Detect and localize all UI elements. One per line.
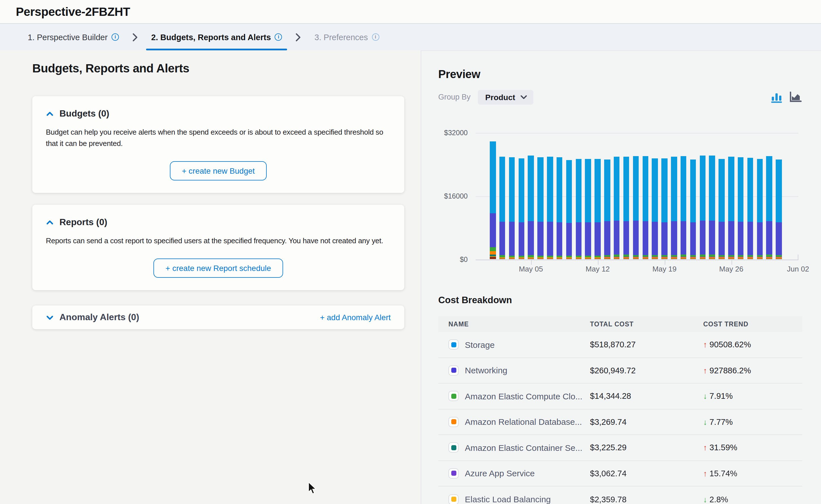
x-axis-end-tick [798, 255, 799, 260]
table-row[interactable]: Amazon Relational Database...$3,269.74↓7… [438, 409, 802, 435]
tab-label: 1. Perspective Builder [28, 33, 107, 42]
preview-heading: Preview [438, 68, 802, 81]
bar-segment [681, 221, 687, 255]
bar-segment [719, 159, 725, 222]
bar-may-23[interactable] [700, 156, 706, 259]
table-row[interactable]: Azure App Service$3,062.74↑15.74% [438, 461, 802, 486]
bar-may-12[interactable] [595, 159, 601, 259]
budgets-description: Budget can help you receive alerts when … [46, 127, 391, 150]
bar-segment [585, 259, 591, 259]
group-by-select[interactable]: Product [478, 90, 533, 104]
add-anomaly-alert-button[interactable]: + add Anomaly Alert [320, 313, 391, 322]
row-cost-trend-cell: ↑90508.62% [703, 340, 802, 349]
bar-may-25[interactable] [719, 159, 725, 259]
bar-may-07[interactable] [547, 157, 553, 259]
bar-segment [575, 259, 581, 259]
bar-may-31[interactable] [776, 160, 782, 259]
table-row[interactable]: Amazon Elastic Container Se...$3,225.29↑… [438, 435, 802, 461]
chevron-down-icon [520, 95, 527, 99]
table-row[interactable]: Storage$518,870.27↑90508.62% [438, 332, 802, 358]
row-total-cost-cell: $14,344.28 [590, 392, 703, 401]
row-name-cell: Amazon Relational Database... [448, 417, 590, 427]
table-row[interactable]: Elastic Load Balancing$2,359.78↓2.8% [438, 486, 802, 504]
tab-preferences[interactable]: 3. Preferences i [310, 24, 384, 50]
bar-segment [566, 223, 572, 256]
window-header: Perspective-2FBZHT [0, 0, 821, 24]
bar-may-26[interactable] [728, 156, 734, 259]
table-row[interactable]: Amazon Elastic Compute Clo...$14,344.28↓… [438, 384, 802, 409]
tab-label: 3. Preferences [315, 33, 368, 42]
bar-may-15[interactable] [624, 157, 629, 259]
bar-may-28[interactable] [747, 158, 753, 259]
bar-may-06[interactable] [537, 158, 543, 259]
bar-may-03[interactable] [509, 157, 515, 259]
bar-may-05[interactable] [528, 156, 534, 259]
info-icon[interactable]: i [275, 33, 282, 41]
cost-breakdown-heading: Cost Breakdown [438, 295, 802, 305]
bar-segment [556, 157, 562, 222]
cost-breakdown-table: NAME TOTAL COST COST TREND Storage$518,8… [438, 316, 802, 504]
chevron-down-icon[interactable] [46, 315, 54, 321]
bar-may-16[interactable] [633, 156, 639, 259]
bar-may-01[interactable] [490, 141, 496, 259]
bar-segment [700, 259, 706, 259]
chevron-up-icon[interactable] [46, 219, 54, 226]
row-total-cost-cell: $260,949.72 [590, 366, 703, 375]
create-budget-button[interactable]: + create new Budget [170, 161, 267, 181]
row-cost-trend-cell: ↓7.77% [703, 417, 802, 427]
bar-may-27[interactable] [738, 157, 744, 259]
bar-may-24[interactable] [709, 156, 715, 259]
bar-segment [490, 251, 496, 255]
bar-may-10[interactable] [575, 159, 581, 259]
bar-may-04[interactable] [518, 158, 524, 259]
bar-segment [709, 259, 715, 259]
chevron-right-icon [126, 24, 144, 50]
info-icon[interactable]: i [111, 33, 119, 41]
bar-may-02[interactable] [499, 157, 505, 259]
bar-segment [614, 221, 620, 255]
table-header-row: NAME TOTAL COST COST TREND [438, 316, 802, 332]
bar-segment [528, 259, 534, 259]
bar-may-14[interactable] [614, 157, 620, 259]
bar-segment [490, 247, 496, 251]
bar-chart-toggle-icon[interactable] [771, 91, 783, 103]
bar-may-18[interactable] [652, 158, 658, 259]
bar-segment [719, 222, 725, 255]
info-icon[interactable]: i [372, 33, 379, 41]
row-total-cost-cell: $3,269.74 [590, 417, 703, 427]
bar-may-17[interactable] [643, 156, 648, 259]
bar-segment [585, 159, 591, 222]
bar-may-09[interactable] [566, 160, 572, 259]
row-total-cost-cell: $3,225.29 [590, 443, 703, 452]
chevron-up-icon[interactable] [46, 111, 54, 117]
bar-may-22[interactable] [690, 160, 696, 259]
tab-perspective-builder[interactable]: 1. Perspective Builder i [23, 24, 124, 50]
tab-budgets-reports-alerts[interactable]: 2. Budgets, Reports and Alerts i [146, 24, 287, 50]
series-color-swatch [448, 391, 459, 401]
row-total-cost-cell: $518,870.27 [590, 340, 703, 349]
bar-segment [595, 259, 601, 259]
bar-segment [604, 159, 610, 221]
bar-segment [537, 259, 543, 259]
bar-may-13[interactable] [604, 159, 610, 259]
bar-may-11[interactable] [585, 159, 591, 259]
budgets-card: Budgets (0) Budget can help you receive … [32, 96, 404, 193]
bar-segment [614, 259, 620, 259]
bar-segment [661, 259, 667, 259]
preview-controls: Group By Product [438, 89, 802, 105]
bar-may-08[interactable] [556, 157, 562, 259]
bar-segment [575, 159, 581, 223]
bar-may-20[interactable] [671, 157, 677, 259]
chevron-right-icon [290, 24, 307, 50]
bar-segment [624, 259, 629, 259]
table-row[interactable]: Networking$260,949.72↑927886.2% [438, 358, 802, 384]
bar-may-29[interactable] [757, 159, 763, 259]
area-chart-toggle-icon[interactable] [790, 91, 802, 103]
bar-segment [700, 255, 706, 257]
bar-may-19[interactable] [661, 158, 667, 259]
create-report-schedule-button[interactable]: + create new Report schedule [154, 259, 283, 278]
bar-may-30[interactable] [766, 156, 772, 259]
bar-segment [671, 157, 677, 221]
bar-may-21[interactable] [681, 156, 687, 259]
x-axis-tick-label: May 26 [719, 265, 743, 273]
